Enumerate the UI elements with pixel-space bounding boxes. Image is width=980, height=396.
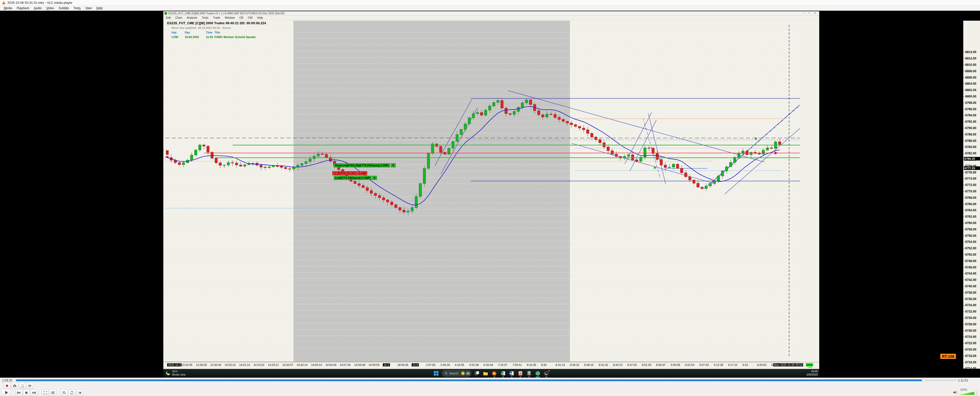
- vlc-menu-subtitle[interactable]: Subtitle: [56, 6, 71, 10]
- chart-menu-help[interactable]: Help: [257, 16, 263, 19]
- candlestick: [395, 205, 397, 207]
- time-axis-label: 9:17:12: [728, 363, 738, 366]
- vlc-record-button[interactable]: [3, 383, 11, 389]
- candlestick: [190, 155, 193, 160]
- vlc-menu-view[interactable]: View: [83, 6, 94, 10]
- position-label[interactable]: -1 @6775.75 | P/L: -1.50P: [332, 171, 367, 175]
- vlc-previous-button[interactable]: [15, 390, 22, 396]
- chart-window-maximize-button[interactable]: □: [808, 11, 810, 14]
- vlc-menu-tools[interactable]: Tools: [71, 6, 83, 10]
- vlc-window-title: 2025-10-06 03-31-01.mkv - VLC media play…: [7, 1, 72, 5]
- task-view-icon[interactable]: [474, 370, 480, 376]
- vlc-menu-playback[interactable]: Playback: [14, 6, 32, 10]
- snipping-tool-icon[interactable]: [517, 370, 523, 376]
- candlestick: [627, 155, 630, 156]
- candlestick: [542, 115, 544, 117]
- calculator-icon[interactable]: [526, 370, 532, 376]
- price-tick: [963, 267, 965, 268]
- vlc-play-button[interactable]: [2, 389, 11, 396]
- stop-order-label[interactable]: StopLmt|(6783.25)|6778.25|Open|(-2.50P): [334, 163, 390, 167]
- search-secondary-icon: [466, 372, 469, 375]
- firefox-icon[interactable]: [491, 370, 497, 376]
- candlestick: [456, 134, 458, 142]
- chart-menu-window[interactable]: Window: [225, 16, 235, 19]
- vlc-random-button[interactable]: [76, 390, 83, 396]
- price-axis-label: 6806.00: [965, 76, 976, 80]
- vlc-menu-media[interactable]: Media: [2, 6, 14, 10]
- running-indicator: [511, 377, 512, 377]
- price-tick: [963, 362, 965, 363]
- previous-icon: [16, 390, 21, 395]
- candlestick: [672, 164, 675, 167]
- vlc-loop-button[interactable]: [68, 390, 75, 396]
- candlestick: [496, 100, 499, 102]
- start-icon[interactable]: [433, 370, 439, 376]
- time-axis-label: 8:56:07: [656, 363, 666, 366]
- candlestick: [721, 171, 724, 176]
- session-count-label: 12 L: [806, 363, 813, 366]
- vlc-next-button[interactable]: [30, 390, 38, 396]
- candlestick: [501, 100, 503, 108]
- price-axis-label: 6730.00: [965, 316, 976, 320]
- taskbar-search-box[interactable]: Search: [442, 370, 471, 377]
- chart-window-title-bar[interactable]: ESZ25_FUT_CME [C][M] 2000 Trades #2 L:1 …: [163, 11, 819, 16]
- chart-menu-trade[interactable]: Trade: [213, 16, 220, 19]
- price-axis[interactable]: 6814.006812.006810.006808.006806.006804.…: [963, 21, 980, 369]
- chart-menu-cb[interactable]: CB: [239, 16, 243, 19]
- candlestick: [538, 111, 540, 115]
- chart-window-close-button[interactable]: ✕: [814, 11, 816, 14]
- video-area[interactable]: ESZ25_FUT_CME [C][M] 2000 Trades #2 L:1 …: [0, 11, 980, 378]
- candlestick: [595, 137, 597, 140]
- price-axis-label: 6810.00: [965, 63, 976, 67]
- time-axis[interactable]: 2025-10-313:32:0513:36:2613:45:4013:53:1…: [165, 362, 819, 369]
- vlc-menu-video[interactable]: Video: [44, 6, 56, 10]
- vlc-menu-audio[interactable]: Audio: [32, 6, 44, 10]
- limit-order-cancel-button[interactable]: X: [372, 176, 377, 180]
- price-tick: [963, 350, 965, 350]
- vlc-fullscreen-button[interactable]: [42, 390, 49, 396]
- candlestick: [746, 151, 748, 154]
- news-col-day: Day: [185, 31, 206, 34]
- vlc-ab-loop-button[interactable]: AB: [19, 383, 26, 389]
- excel-icon[interactable]: X: [500, 370, 506, 376]
- vlc-advanced-buttons: AB: [3, 383, 33, 389]
- price-tick: [963, 185, 965, 185]
- vlc-menu-help[interactable]: Help: [94, 6, 105, 10]
- chart-menu-analysis[interactable]: Analysis: [187, 16, 197, 19]
- taskbar-weather-widget[interactable]: 76°F Mostly clear: [165, 370, 186, 376]
- vlc-extended-settings-button[interactable]: [49, 390, 56, 396]
- price-tick: [963, 274, 965, 274]
- stop-order-cancel-button[interactable]: X: [391, 163, 396, 167]
- vlc-snapshot-button[interactable]: [11, 383, 18, 389]
- file-explorer-icon[interactable]: [483, 370, 489, 376]
- candlestick: [235, 163, 238, 165]
- svg-text:X: X: [501, 372, 503, 375]
- candlestick: [525, 100, 528, 103]
- taskbar-clock[interactable]: 04:40 10/6/2025: [807, 370, 818, 376]
- candlestick: [382, 198, 385, 200]
- session-shading-zone: [293, 21, 570, 362]
- time-axis-label: 7:50:51: [512, 363, 522, 366]
- vlc-frame-step-button[interactable]: [27, 383, 33, 389]
- vlc-seek-bar[interactable]: [16, 379, 956, 381]
- chart-menu-edit[interactable]: Edit: [166, 16, 171, 19]
- volume-speaker-icon[interactable]: [953, 390, 958, 395]
- vlc-stop-button[interactable]: [23, 390, 30, 396]
- volume-slider[interactable]: [959, 391, 977, 395]
- price-axis-label: 6772.00: [965, 183, 976, 187]
- price-axis-label: 6764.00: [965, 208, 976, 212]
- limit-order-label[interactable]: Lmt|6774.25|Open|(+1.50P): [334, 176, 372, 180]
- obs-icon[interactable]: [543, 370, 549, 376]
- vlc-seek-thumb[interactable]: [922, 379, 926, 382]
- time-axis-label: 9:07:43: [699, 363, 709, 366]
- time-axis-scroll-nub[interactable]: [808, 367, 812, 368]
- chart-menu-chart[interactable]: Chart: [175, 16, 182, 19]
- chart-menu-cw[interactable]: CW: [248, 16, 252, 19]
- price-chart-plot[interactable]: [163, 21, 800, 362]
- chart-menu-tools[interactable]: Tools: [202, 16, 208, 19]
- time-axis-label: 2:56:29: [441, 363, 450, 366]
- vlc-playlist-button[interactable]: [61, 390, 68, 396]
- chart-window-minimize-button[interactable]: –: [803, 11, 804, 14]
- globe-app-icon[interactable]: [535, 370, 541, 376]
- word-icon[interactable]: W: [509, 370, 515, 376]
